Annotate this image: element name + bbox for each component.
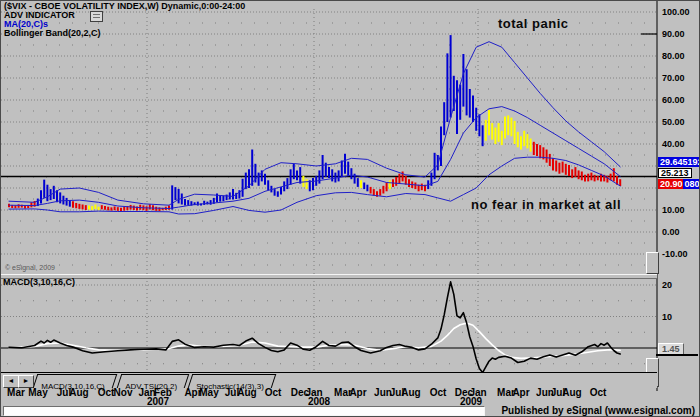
price-tick: 70.00 — [662, 74, 685, 83]
tab-stochastic[interactable]: Stochastic(14(3),3) — [188, 374, 276, 388]
annotation-no-fear: no fear in market at all — [471, 197, 621, 212]
month-label: Aug — [401, 388, 420, 397]
price-tick: 90.00 — [662, 30, 685, 39]
esignal-chart-window: ($VIX - CBOE VOLATILITY INDEX,W) Dynamic… — [0, 0, 700, 417]
month-label: Apr — [349, 388, 366, 397]
price-tick: 40.00 — [662, 140, 685, 149]
price-tick: -10.00 — [662, 250, 688, 259]
price-tick: 80.00 — [662, 52, 685, 61]
last-price-value: 20.90 — [658, 179, 685, 189]
month-label: Aug — [562, 388, 581, 397]
macd-tick: 10 — [662, 313, 672, 322]
trendline-value-label: 25.213 — [658, 168, 692, 178]
panel-divider[interactable] — [1, 274, 657, 279]
copyright-watermark: © eSignal, 2009 — [5, 264, 55, 271]
status-field — [3, 406, 485, 416]
macd-tick: 20 — [662, 281, 672, 290]
last-price-value-label: 20.900808 — [658, 179, 700, 189]
month-label: Aug — [69, 388, 88, 397]
price-tick: 60.00 — [662, 96, 685, 105]
published-credit: Published by eSignal (www.esignal.com) — [501, 405, 695, 416]
price-tick: 100.00 — [662, 8, 690, 17]
month-label: Oct — [265, 388, 282, 397]
lower-band-value: 0808 — [683, 179, 700, 189]
price-tick: 10.00 — [662, 206, 685, 215]
month-label: Nov — [114, 388, 133, 397]
tab-adv-tsi[interactable]: ADV TSI(20,2) — [116, 374, 188, 388]
month-label: Oct — [590, 388, 607, 397]
bollinger-study-label: Bollinger Band(20,2,C) — [4, 29, 101, 38]
tab-macd[interactable]: MACD(3,10,16,C) — [33, 374, 117, 388]
study-tab-bar: ◄ ► MACD(3,10,16,C) ADV TSI(20,2) Stocha… — [1, 372, 657, 388]
month-label: Aug — [237, 388, 256, 397]
pane-resize-handle-top[interactable] — [646, 252, 659, 274]
month-label: May — [28, 388, 47, 397]
month-label: Mar — [7, 388, 25, 397]
annotation-total-panic: total panic — [498, 16, 569, 31]
price-tick: 0.00 — [662, 228, 680, 237]
month-label: Oct — [430, 388, 447, 397]
upper-band-value-label: 29.645192 — [658, 157, 700, 167]
trendline-value: 25.213 — [658, 168, 692, 178]
status-bar: Published by eSignal (www.esignal.com) — [1, 405, 699, 416]
macd-study-label: MACD(3,10,16,C) — [3, 278, 75, 287]
upper-band-value: 29.645192 — [658, 157, 700, 167]
indicator-properties-icon[interactable] — [90, 11, 103, 22]
macd-value-underline — [656, 354, 698, 356]
month-label: Oct — [98, 388, 115, 397]
price-tick: 50.00 — [662, 118, 685, 127]
month-label: Apr — [512, 388, 529, 397]
month-label: May — [199, 388, 218, 397]
